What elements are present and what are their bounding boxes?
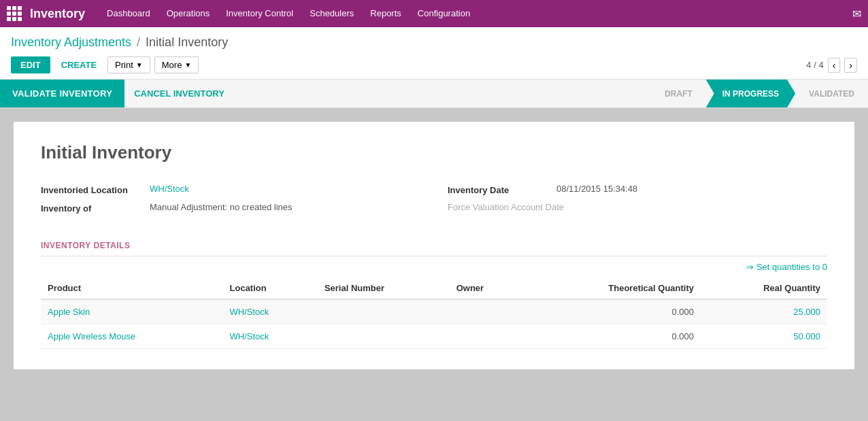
pager-count: 4 / 4	[806, 60, 823, 70]
force-valuation-label: Force Valuation Account Date	[448, 202, 564, 212]
more-label: More	[162, 60, 182, 70]
form-fields-left: Inventoried Location WH/Stock Inventory …	[41, 184, 420, 220]
row-real-qty: 25.000	[701, 299, 827, 324]
pager-next-button[interactable]: ›	[844, 58, 857, 73]
col-real-qty: Real Quantity	[701, 277, 827, 299]
main-content: Initial Inventory Inventoried Location W…	[0, 108, 868, 383]
top-navigation: Inventory Dashboard Operations Inventory…	[0, 0, 868, 27]
nav-item-schedulers[interactable]: Schedulers	[301, 0, 362, 27]
print-label: Print	[115, 60, 133, 70]
edit-button[interactable]: EDIT	[11, 56, 50, 73]
more-button[interactable]: More ▼	[154, 56, 199, 73]
nav-item-configuration[interactable]: Configuration	[410, 0, 478, 27]
pipeline-step-in-progress: IN PROGRESS	[706, 80, 795, 107]
pipeline-step-draft: DRAFT	[651, 80, 706, 107]
status-pipeline: DRAFT IN PROGRESS VALIDATED	[651, 80, 868, 107]
inventory-of-label: Inventory of	[41, 202, 150, 214]
status-bar: VALIDATE INVENTORY CANCEL INVENTORY DRAF…	[0, 80, 868, 108]
form-fields-right: Inventory Date 08/11/2015 15:34:48 Force…	[448, 184, 827, 220]
row-product[interactable]: Apple Skin	[41, 299, 223, 324]
table-row: Apple Wireless Mouse WH/Stock 0.000 50.0…	[41, 324, 827, 349]
print-chevron-icon: ▼	[136, 61, 143, 69]
nav-item-operations[interactable]: Operations	[158, 0, 218, 27]
field-inventory-date: Inventory Date 08/11/2015 15:34:48	[448, 184, 827, 195]
create-button[interactable]: CREATE	[56, 56, 102, 73]
table-row: Apple Skin WH/Stock 0.000 25.000	[41, 299, 827, 324]
inventory-table: Product Location Serial Number Owner The…	[41, 277, 827, 349]
col-product: Product	[41, 277, 223, 299]
col-owner: Owner	[450, 277, 523, 299]
inventory-details-section: INVENTORY DETAILS ⇒ Set quantities to 0 …	[41, 241, 827, 349]
pipeline-step-validated: VALIDATED	[795, 80, 868, 107]
table-header-row: Product Location Serial Number Owner The…	[41, 277, 827, 299]
validate-inventory-button[interactable]: VALIDATE INVENTORY	[0, 80, 124, 107]
print-button[interactable]: Print ▼	[107, 56, 150, 73]
mail-icon[interactable]: ✉	[852, 7, 861, 20]
action-bar: EDIT CREATE Print ▼ More ▼ 4 / 4 ‹ ›	[11, 56, 857, 79]
pager-prev-button[interactable]: ‹	[828, 58, 841, 73]
row-theoretical-qty: 0.000	[523, 324, 701, 349]
col-theoretical-qty: Theoretical Quantity	[523, 277, 701, 299]
row-real-qty: 50.000	[701, 324, 827, 349]
inventory-date-value: 08/11/2015 15:34:48	[556, 184, 637, 194]
nav-item-dashboard[interactable]: Dashboard	[99, 0, 158, 27]
form-title: Initial Inventory	[41, 142, 827, 163]
apps-icon[interactable]	[7, 6, 22, 21]
nav-item-inventory-control[interactable]: Inventory Control	[218, 0, 301, 27]
row-theoretical-qty: 0.000	[523, 299, 701, 324]
cancel-inventory-button[interactable]: CANCEL INVENTORY	[124, 80, 234, 107]
inventoried-location-label: Inventoried Location	[41, 184, 150, 195]
col-location: Location	[223, 277, 318, 299]
set-quantities-link[interactable]: ⇒ Set quantities to 0	[41, 262, 827, 272]
breadcrumb-parent[interactable]: Inventory Adjustments	[11, 35, 131, 50]
breadcrumb-bar: Inventory Adjustments / Initial Inventor…	[0, 27, 868, 80]
more-chevron-icon: ▼	[184, 61, 191, 69]
row-serial	[318, 299, 450, 324]
col-serial: Serial Number	[318, 277, 450, 299]
breadcrumb-separator: /	[137, 35, 140, 50]
breadcrumb-current: Initial Inventory	[146, 35, 228, 50]
row-owner	[450, 324, 523, 349]
pipeline-in-progress-label: IN PROGRESS	[722, 89, 779, 99]
pipeline-draft-label: DRAFT	[665, 89, 692, 99]
pipeline-validated-label: VALIDATED	[809, 89, 854, 99]
inventory-of-value: Manual Adjustment: no created lines	[150, 202, 293, 212]
inventory-date-label: Inventory Date	[448, 184, 556, 195]
row-serial	[318, 324, 450, 349]
field-inventoried-location: Inventoried Location WH/Stock	[41, 184, 420, 195]
inventory-details-title: INVENTORY DETAILS	[41, 241, 827, 256]
field-force-valuation: Force Valuation Account Date	[448, 202, 827, 212]
nav-item-reports[interactable]: Reports	[362, 0, 410, 27]
inventoried-location-value[interactable]: WH/Stock	[150, 184, 189, 194]
row-owner	[450, 299, 523, 324]
form-fields: Inventoried Location WH/Stock Inventory …	[41, 184, 827, 220]
row-location[interactable]: WH/Stock	[223, 324, 318, 349]
field-inventory-of: Inventory of Manual Adjustment: no creat…	[41, 202, 420, 214]
form-card: Initial Inventory Inventoried Location W…	[14, 122, 854, 369]
pager: 4 / 4 ‹ ›	[806, 58, 857, 73]
row-location[interactable]: WH/Stock	[223, 299, 318, 324]
breadcrumb: Inventory Adjustments / Initial Inventor…	[11, 35, 857, 50]
status-actions: VALIDATE INVENTORY CANCEL INVENTORY	[0, 80, 234, 107]
app-brand: Inventory	[30, 7, 85, 21]
row-product[interactable]: Apple Wireless Mouse	[41, 324, 223, 349]
